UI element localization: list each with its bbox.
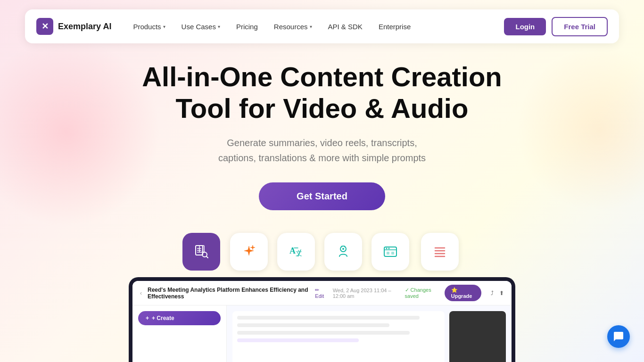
chevron-down-icon: ▾ bbox=[218, 24, 220, 29]
nav-item-api[interactable]: API & SDK bbox=[322, 19, 369, 34]
tablet-edit-button[interactable]: ✏ Edit bbox=[315, 287, 327, 299]
logo-text: Exemplary AI bbox=[58, 22, 111, 32]
socialclips-icon bbox=[382, 243, 399, 260]
nav-links: Products ▾ Use Cases ▾ Pricing Resources… bbox=[126, 19, 504, 34]
hero-subtitle-line2: captions, translations & more with simpl… bbox=[218, 153, 426, 163]
translation-icon-box: A 文 bbox=[277, 233, 315, 271]
feature-aiassistant[interactable]: AI Assistant bbox=[324, 233, 362, 284]
get-started-button[interactable]: Get Started bbox=[259, 182, 385, 210]
hero-subtitle-line1: Generate summaries, video reels, transcr… bbox=[227, 138, 417, 148]
login-button[interactable]: Login bbox=[504, 18, 546, 35]
text-line-2 bbox=[237, 323, 389, 327]
nav-label-enterprise: Enterprise bbox=[379, 23, 411, 31]
nav-item-products[interactable]: Products ▾ bbox=[126, 19, 172, 34]
nav-item-resources[interactable]: Resources ▾ bbox=[267, 19, 319, 34]
chevron-down-icon: ▾ bbox=[163, 24, 165, 29]
feature-storiesreels[interactable]: Stories / Reels bbox=[419, 233, 462, 284]
svg-point-16 bbox=[388, 248, 389, 249]
svg-rect-17 bbox=[387, 252, 389, 255]
plus-icon: + bbox=[146, 315, 149, 321]
svg-text:文: 文 bbox=[296, 249, 302, 257]
translation-icon: A 文 bbox=[288, 243, 305, 260]
navbar: ✕ Exemplary AI Products ▾ Use Cases ▾ Pr… bbox=[25, 9, 619, 43]
svg-point-10 bbox=[342, 248, 344, 250]
svg-rect-18 bbox=[391, 252, 394, 255]
download-icon[interactable]: ⬆ bbox=[499, 290, 504, 296]
text-line-3 bbox=[237, 331, 410, 335]
aiassistant-icon bbox=[335, 243, 352, 260]
saved-status: ✓ Changes saved bbox=[405, 287, 439, 299]
feature-row: Transcription AI Writer A 文 Translatio bbox=[9, 233, 635, 284]
tablet-sidebar: + + Create bbox=[132, 305, 227, 362]
nav-item-enterprise[interactable]: Enterprise bbox=[372, 19, 417, 34]
create-label: + Create bbox=[152, 315, 174, 321]
tablet-content: + + Create bbox=[132, 305, 512, 362]
chat-icon bbox=[613, 331, 624, 342]
transcription-icon-box bbox=[182, 233, 220, 271]
back-arrow-icon[interactable]: ‹ bbox=[140, 290, 142, 296]
tablet-date: Wed, 2 Aug 2023 11:04 – 12:00 am bbox=[333, 288, 399, 299]
logo-area[interactable]: ✕ Exemplary AI bbox=[36, 18, 111, 35]
free-trial-button[interactable]: Free Trial bbox=[552, 17, 608, 36]
text-line-1 bbox=[237, 316, 420, 320]
tablet-inner: ‹ Reed's Meeting Analytics Platform Enha… bbox=[132, 281, 512, 362]
hero-title-line2: Tool for Video & Audio bbox=[176, 93, 469, 123]
hero-title-line1: All-in-One Content Creation bbox=[142, 61, 502, 92]
nav-label-pricing: Pricing bbox=[236, 23, 258, 31]
logo-icon: ✕ bbox=[36, 18, 53, 35]
socialclips-icon-box bbox=[372, 233, 409, 271]
nav-label-api: API & SDK bbox=[328, 23, 363, 31]
svg-rect-1 bbox=[199, 246, 204, 252]
aiwriter-icon-box bbox=[230, 233, 268, 271]
tablet-title: Reed's Meeting Analytics Platform Enhanc… bbox=[148, 287, 309, 300]
feature-aiwriter[interactable]: AI Writer bbox=[230, 233, 268, 284]
tablet-text-area bbox=[232, 311, 445, 362]
tablet-mockup: ‹ Reed's Meeting Analytics Platform Enha… bbox=[129, 277, 515, 362]
aiassistant-icon-box bbox=[324, 233, 362, 271]
hero-subtitle: Generate summaries, video reels, transcr… bbox=[9, 135, 635, 165]
tablet-main bbox=[227, 305, 512, 362]
aiwriter-icon bbox=[240, 243, 257, 260]
chevron-down-icon: ▾ bbox=[310, 24, 312, 29]
nav-item-usecases[interactable]: Use Cases ▾ bbox=[175, 19, 227, 34]
svg-line-6 bbox=[206, 256, 208, 258]
svg-point-15 bbox=[386, 248, 387, 249]
nav-actions: Login Free Trial bbox=[504, 17, 608, 36]
nav-label-resources: Resources bbox=[274, 23, 308, 31]
tablet-video-area bbox=[449, 311, 506, 362]
upgrade-button[interactable]: ⭐ Upgrade bbox=[445, 285, 481, 301]
feature-socialclips[interactable]: Social Clips bbox=[372, 233, 409, 284]
hero-title: All-in-One Content Creation Tool for Vid… bbox=[9, 61, 635, 124]
svg-text:A: A bbox=[289, 246, 296, 255]
hero-section: All-in-One Content Creation Tool for Vid… bbox=[0, 61, 644, 284]
nav-label-usecases: Use Cases bbox=[182, 23, 216, 31]
feature-transcription[interactable]: Transcription bbox=[182, 233, 220, 284]
storiesreels-icon-box bbox=[421, 233, 459, 271]
storiesreels-icon bbox=[431, 243, 448, 260]
transcription-icon bbox=[193, 243, 210, 260]
nav-item-pricing[interactable]: Pricing bbox=[230, 19, 264, 34]
create-button[interactable]: + + Create bbox=[138, 311, 221, 325]
text-line-4 bbox=[237, 338, 359, 342]
chat-bubble-button[interactable] bbox=[607, 325, 630, 348]
feature-translation[interactable]: A 文 Translation bbox=[277, 233, 315, 284]
nav-label-products: Products bbox=[133, 23, 161, 31]
share-icon[interactable]: ⤴ bbox=[491, 290, 494, 296]
tablet-toolbar: ‹ Reed's Meeting Analytics Platform Enha… bbox=[132, 281, 512, 305]
